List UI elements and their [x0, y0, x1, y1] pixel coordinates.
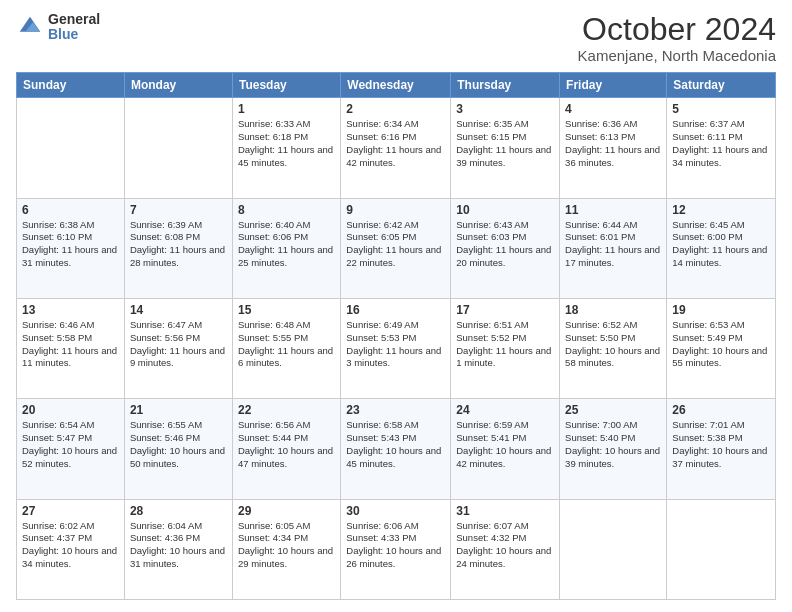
col-saturday: Saturday [667, 73, 776, 98]
week-row-5: 27Sunrise: 6:02 AMSunset: 4:37 PMDayligh… [17, 499, 776, 599]
day-number: 9 [346, 203, 445, 217]
day-info: Sunrise: 6:54 AMSunset: 5:47 PMDaylight:… [22, 419, 119, 470]
day-cell: 29Sunrise: 6:05 AMSunset: 4:34 PMDayligh… [232, 499, 340, 599]
location: Kamenjane, North Macedonia [578, 47, 776, 64]
day-info: Sunrise: 6:38 AMSunset: 6:10 PMDaylight:… [22, 219, 119, 270]
day-cell: 31Sunrise: 6:07 AMSunset: 4:32 PMDayligh… [451, 499, 560, 599]
day-cell: 1Sunrise: 6:33 AMSunset: 6:18 PMDaylight… [232, 98, 340, 198]
day-number: 18 [565, 303, 661, 317]
day-cell: 19Sunrise: 6:53 AMSunset: 5:49 PMDayligh… [667, 298, 776, 398]
day-number: 19 [672, 303, 770, 317]
day-cell: 26Sunrise: 7:01 AMSunset: 5:38 PMDayligh… [667, 399, 776, 499]
day-number: 2 [346, 102, 445, 116]
day-number: 6 [22, 203, 119, 217]
day-cell: 4Sunrise: 6:36 AMSunset: 6:13 PMDaylight… [560, 98, 667, 198]
day-info: Sunrise: 6:45 AMSunset: 6:00 PMDaylight:… [672, 219, 770, 270]
day-info: Sunrise: 6:55 AMSunset: 5:46 PMDaylight:… [130, 419, 227, 470]
logo-icon [16, 13, 44, 41]
day-info: Sunrise: 6:53 AMSunset: 5:49 PMDaylight:… [672, 319, 770, 370]
week-row-1: 1Sunrise: 6:33 AMSunset: 6:18 PMDaylight… [17, 98, 776, 198]
calendar-page: General Blue October 2024 Kamenjane, Nor… [0, 0, 792, 612]
day-info: Sunrise: 6:44 AMSunset: 6:01 PMDaylight:… [565, 219, 661, 270]
day-cell [124, 98, 232, 198]
day-cell: 3Sunrise: 6:35 AMSunset: 6:15 PMDaylight… [451, 98, 560, 198]
logo-general: General [48, 12, 100, 27]
day-cell: 5Sunrise: 6:37 AMSunset: 6:11 PMDaylight… [667, 98, 776, 198]
week-row-4: 20Sunrise: 6:54 AMSunset: 5:47 PMDayligh… [17, 399, 776, 499]
day-info: Sunrise: 6:34 AMSunset: 6:16 PMDaylight:… [346, 118, 445, 169]
day-info: Sunrise: 6:33 AMSunset: 6:18 PMDaylight:… [238, 118, 335, 169]
header: General Blue October 2024 Kamenjane, Nor… [16, 12, 776, 64]
day-info: Sunrise: 6:05 AMSunset: 4:34 PMDaylight:… [238, 520, 335, 571]
day-number: 23 [346, 403, 445, 417]
day-info: Sunrise: 6:37 AMSunset: 6:11 PMDaylight:… [672, 118, 770, 169]
day-info: Sunrise: 7:00 AMSunset: 5:40 PMDaylight:… [565, 419, 661, 470]
day-number: 17 [456, 303, 554, 317]
header-row: Sunday Monday Tuesday Wednesday Thursday… [17, 73, 776, 98]
day-info: Sunrise: 6:35 AMSunset: 6:15 PMDaylight:… [456, 118, 554, 169]
day-info: Sunrise: 6:06 AMSunset: 4:33 PMDaylight:… [346, 520, 445, 571]
day-cell [667, 499, 776, 599]
day-cell: 10Sunrise: 6:43 AMSunset: 6:03 PMDayligh… [451, 198, 560, 298]
day-cell: 13Sunrise: 6:46 AMSunset: 5:58 PMDayligh… [17, 298, 125, 398]
day-info: Sunrise: 6:39 AMSunset: 6:08 PMDaylight:… [130, 219, 227, 270]
day-number: 1 [238, 102, 335, 116]
day-number: 27 [22, 504, 119, 518]
day-cell: 20Sunrise: 6:54 AMSunset: 5:47 PMDayligh… [17, 399, 125, 499]
col-wednesday: Wednesday [341, 73, 451, 98]
day-cell: 30Sunrise: 6:06 AMSunset: 4:33 PMDayligh… [341, 499, 451, 599]
day-info: Sunrise: 6:04 AMSunset: 4:36 PMDaylight:… [130, 520, 227, 571]
title-section: October 2024 Kamenjane, North Macedonia [578, 12, 776, 64]
day-cell: 25Sunrise: 7:00 AMSunset: 5:40 PMDayligh… [560, 399, 667, 499]
calendar-table: Sunday Monday Tuesday Wednesday Thursday… [16, 72, 776, 600]
day-cell: 6Sunrise: 6:38 AMSunset: 6:10 PMDaylight… [17, 198, 125, 298]
week-row-3: 13Sunrise: 6:46 AMSunset: 5:58 PMDayligh… [17, 298, 776, 398]
day-number: 14 [130, 303, 227, 317]
day-info: Sunrise: 6:56 AMSunset: 5:44 PMDaylight:… [238, 419, 335, 470]
day-info: Sunrise: 6:07 AMSunset: 4:32 PMDaylight:… [456, 520, 554, 571]
day-info: Sunrise: 7:01 AMSunset: 5:38 PMDaylight:… [672, 419, 770, 470]
day-number: 11 [565, 203, 661, 217]
logo-text: General Blue [48, 12, 100, 43]
day-number: 20 [22, 403, 119, 417]
logo-blue: Blue [48, 27, 100, 42]
day-cell: 23Sunrise: 6:58 AMSunset: 5:43 PMDayligh… [341, 399, 451, 499]
day-info: Sunrise: 6:58 AMSunset: 5:43 PMDaylight:… [346, 419, 445, 470]
day-number: 4 [565, 102, 661, 116]
day-cell: 18Sunrise: 6:52 AMSunset: 5:50 PMDayligh… [560, 298, 667, 398]
day-info: Sunrise: 6:02 AMSunset: 4:37 PMDaylight:… [22, 520, 119, 571]
day-number: 10 [456, 203, 554, 217]
day-number: 3 [456, 102, 554, 116]
logo: General Blue [16, 12, 100, 43]
day-cell: 9Sunrise: 6:42 AMSunset: 6:05 PMDaylight… [341, 198, 451, 298]
day-cell: 2Sunrise: 6:34 AMSunset: 6:16 PMDaylight… [341, 98, 451, 198]
day-number: 13 [22, 303, 119, 317]
day-cell: 27Sunrise: 6:02 AMSunset: 4:37 PMDayligh… [17, 499, 125, 599]
col-sunday: Sunday [17, 73, 125, 98]
day-number: 24 [456, 403, 554, 417]
day-info: Sunrise: 6:47 AMSunset: 5:56 PMDaylight:… [130, 319, 227, 370]
day-cell: 7Sunrise: 6:39 AMSunset: 6:08 PMDaylight… [124, 198, 232, 298]
day-number: 29 [238, 504, 335, 518]
day-number: 12 [672, 203, 770, 217]
day-number: 30 [346, 504, 445, 518]
day-number: 8 [238, 203, 335, 217]
day-cell: 21Sunrise: 6:55 AMSunset: 5:46 PMDayligh… [124, 399, 232, 499]
day-info: Sunrise: 6:36 AMSunset: 6:13 PMDaylight:… [565, 118, 661, 169]
month-title: October 2024 [578, 12, 776, 47]
day-info: Sunrise: 6:42 AMSunset: 6:05 PMDaylight:… [346, 219, 445, 270]
day-cell: 12Sunrise: 6:45 AMSunset: 6:00 PMDayligh… [667, 198, 776, 298]
col-tuesday: Tuesday [232, 73, 340, 98]
day-cell: 15Sunrise: 6:48 AMSunset: 5:55 PMDayligh… [232, 298, 340, 398]
day-info: Sunrise: 6:59 AMSunset: 5:41 PMDaylight:… [456, 419, 554, 470]
day-cell: 17Sunrise: 6:51 AMSunset: 5:52 PMDayligh… [451, 298, 560, 398]
day-number: 22 [238, 403, 335, 417]
day-cell [560, 499, 667, 599]
day-info: Sunrise: 6:52 AMSunset: 5:50 PMDaylight:… [565, 319, 661, 370]
day-number: 15 [238, 303, 335, 317]
day-info: Sunrise: 6:43 AMSunset: 6:03 PMDaylight:… [456, 219, 554, 270]
day-info: Sunrise: 6:51 AMSunset: 5:52 PMDaylight:… [456, 319, 554, 370]
day-cell: 8Sunrise: 6:40 AMSunset: 6:06 PMDaylight… [232, 198, 340, 298]
col-friday: Friday [560, 73, 667, 98]
day-number: 26 [672, 403, 770, 417]
